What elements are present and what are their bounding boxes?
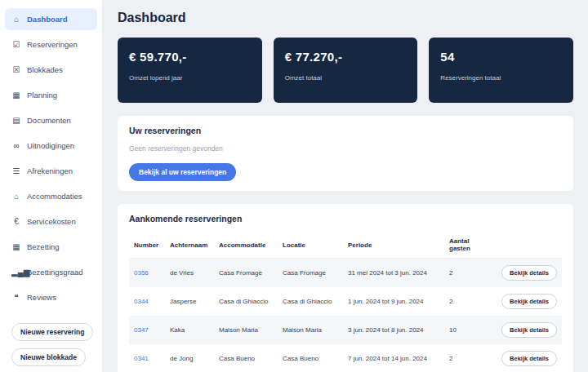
sidebar-item-blokkades[interactable]: ☒ Blokkades <box>5 59 97 81</box>
stat-value: 54 <box>440 50 562 64</box>
reservation-number-link[interactable]: 0356 <box>134 269 149 277</box>
app-layout: ⌂ Dashboard ☑ Reserveringen ☒ Blokkades … <box>0 0 588 372</box>
reservation-number-link[interactable]: 0344 <box>134 298 149 305</box>
sidebar-item-accommodaties[interactable]: ⌂ Accommodaties <box>5 185 97 207</box>
cell-periode: 3 jun. 2024 tot 8 jun. 2024 <box>343 316 444 344</box>
sidebar-item-reserveringen[interactable]: ☑ Reserveringen <box>5 33 97 55</box>
sidebar-item-uitnodigingen[interactable]: ∞ Uitnodigingen <box>5 135 97 157</box>
calendar-icon: ▦ <box>11 91 21 100</box>
stat-value: € 77.270,- <box>285 50 407 64</box>
upcoming-reservations-table: Number Achternaam Accommodatie Locatie P… <box>129 232 562 372</box>
euro-icon: € <box>11 218 21 226</box>
cell-accommodatie: Maison Maria <box>214 316 278 344</box>
stat-value: € 59.770,- <box>129 50 251 64</box>
document-icon: ▤ <box>11 117 21 125</box>
sidebar-item-label: Servicekosten <box>27 217 76 226</box>
sidebar-item-afrekeningen[interactable]: ☰ Afrekeningen <box>5 160 97 182</box>
sidebar-item-label: Uitnodigingen <box>27 141 74 150</box>
sidebar-item-label: Bezettingsgraad <box>27 268 83 277</box>
bekijk-details-button[interactable]: Bekijk details <box>501 294 557 309</box>
table-row: 0356 de Vries Casa Fromage Casa Fromage … <box>129 259 562 288</box>
stat-card-omzet-totaal: € 77.270,- Omzet totaal <box>274 38 418 103</box>
cell-accommodatie: Casa di Ghiaccio <box>214 287 278 316</box>
chat-icon: ❝ <box>11 294 21 302</box>
cell-periode: 31 mei 2024 tot 3 jun. 2024 <box>343 259 444 288</box>
cell-aantal-gasten: 2 <box>444 287 492 316</box>
new-reservation-button[interactable]: Nieuwe reservering <box>11 323 93 341</box>
stat-card-reserveringen-totaal: 54 Reserveringen totaal <box>429 38 573 103</box>
cell-periode: 7 jun. 2024 tot 14 jun. 2024 <box>343 344 444 372</box>
building-icon: ⌂ <box>11 193 21 201</box>
empty-state-text: Geen reserveringen gevonden <box>129 144 562 153</box>
cell-achternaam: Jasperse <box>165 287 214 316</box>
cell-locatie: Casa Fromage <box>278 259 343 288</box>
chart-icon: ▂▄▆ <box>11 268 21 277</box>
table-header-row: Number Achternaam Accommodatie Locatie P… <box>129 232 562 259</box>
sidebar-item-label: Reviews <box>27 293 56 302</box>
sidebar-item-reviews[interactable]: ❝ Reviews <box>5 286 97 308</box>
cell-locatie: Casa di Ghiaccio <box>278 287 343 316</box>
cell-achternaam: de Jong <box>165 344 214 372</box>
sidebar: ⌂ Dashboard ☑ Reserveringen ☒ Blokkades … <box>0 0 103 372</box>
cell-periode: 1 jun. 2024 tot 9 jun. 2024 <box>343 287 444 316</box>
stat-card-omzet-lopend-jaar: € 59.770,- Omzet lopend jaar <box>118 38 262 103</box>
sidebar-item-planning[interactable]: ▦ Planning <box>5 84 97 106</box>
stat-label: Omzet totaal <box>285 74 407 82</box>
table-row: 0347 Kaka Maison Maria Maison Maria 3 ju… <box>129 316 562 344</box>
sidebar-actions: Nieuwe reservering Nieuwe blokkade <box>5 323 97 366</box>
cell-locatie: Maison Maria <box>278 316 343 344</box>
card-title: Uw reserveringen <box>129 126 562 135</box>
sidebar-item-label: Blokkades <box>27 65 63 74</box>
stats-row: € 59.770,- Omzet lopend jaar € 77.270,- … <box>118 38 573 103</box>
cell-locatie: Casa Bueno <box>278 344 343 372</box>
sidebar-item-dashboard[interactable]: ⌂ Dashboard <box>5 8 97 30</box>
upcoming-reservations-card: Aankomende reserveringen Number Achterna… <box>118 204 573 372</box>
sidebar-item-label: Bezetting <box>27 242 60 251</box>
main-content: Dashboard € 59.770,- Omzet lopend jaar €… <box>103 0 588 372</box>
column-header-accommodatie: Accommodatie <box>214 232 278 259</box>
reservation-number-link[interactable]: 0341 <box>134 355 149 362</box>
calendar-x-icon: ☒ <box>11 66 21 74</box>
column-header-aantal-gasten: Aantal gasten <box>444 232 492 259</box>
cell-achternaam: Kaka <box>165 316 214 344</box>
cell-achternaam: de Vries <box>165 259 214 288</box>
receipt-icon: ☰ <box>11 167 21 175</box>
calendar-check-icon: ☑ <box>11 41 21 49</box>
table-row: 0341 de Jong Casa Bueno Casa Bueno 7 jun… <box>129 344 562 372</box>
bekijk-details-button[interactable]: Bekijk details <box>501 322 557 338</box>
sidebar-item-label: Dashboard <box>27 15 68 24</box>
cell-aantal-gasten: 2 <box>444 259 492 288</box>
column-header-achternaam: Achternaam <box>165 232 214 259</box>
stat-label: Reserveringen totaal <box>440 74 562 82</box>
column-header-actions <box>492 232 562 259</box>
reservation-number-link[interactable]: 0347 <box>134 326 149 334</box>
cell-aantal-gasten: 10 <box>444 316 492 344</box>
sidebar-item-documenten[interactable]: ▤ Documenten <box>5 109 97 131</box>
column-header-number: Number <box>129 232 165 259</box>
sidebar-item-bezetting[interactable]: ▦ Bezetting <box>5 236 97 258</box>
cell-accommodatie: Casa Bueno <box>214 344 278 372</box>
home-icon: ⌂ <box>11 16 21 24</box>
new-block-button[interactable]: Nieuwe blokkade <box>11 348 86 366</box>
table-row: 0344 Jasperse Casa di Ghiaccio Casa di G… <box>129 287 562 316</box>
card-title: Aankomende reserveringen <box>129 214 562 224</box>
view-all-reservations-button[interactable]: Bekijk al uw reserveringen <box>129 163 236 181</box>
bekijk-details-button[interactable]: Bekijk details <box>501 351 557 366</box>
sidebar-item-servicekosten[interactable]: € Servicekosten <box>5 210 97 232</box>
column-header-locatie: Locatie <box>278 232 343 259</box>
sidebar-item-label: Accommodaties <box>27 192 82 201</box>
sidebar-item-label: Planning <box>27 91 57 100</box>
sidebar-item-label: Afrekeningen <box>27 166 73 175</box>
stat-label: Omzet lopend jaar <box>129 74 251 82</box>
bekijk-details-button[interactable]: Bekijk details <box>501 265 557 281</box>
sidebar-item-bezettingsgraad[interactable]: ▂▄▆ Bezettingsgraad <box>5 261 97 283</box>
page-title: Dashboard <box>118 11 573 25</box>
cell-aantal-gasten: 2 <box>444 344 492 372</box>
your-reservations-card: Uw reserveringen Geen reserveringen gevo… <box>118 116 573 191</box>
sidebar-item-label: Documenten <box>27 116 71 125</box>
cell-accommodatie: Casa Fromage <box>214 259 278 288</box>
link-icon: ∞ <box>11 142 21 150</box>
column-header-periode: Periode <box>343 232 444 259</box>
sidebar-item-label: Reserveringen <box>27 40 78 49</box>
occupancy-calendar-icon: ▦ <box>11 243 21 251</box>
